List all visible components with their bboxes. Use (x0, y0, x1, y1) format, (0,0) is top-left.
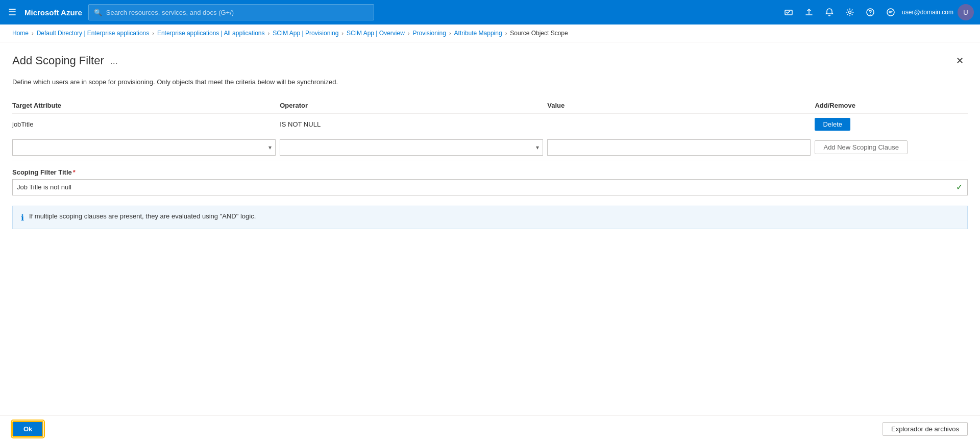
scoping-filter-title-label: Scoping Filter Title* (12, 168, 968, 176)
hamburger-menu[interactable]: ☰ (6, 5, 18, 20)
page-header: Add Scoping Filter ... ✕ (12, 53, 968, 69)
search-bar[interactable]: 🔍 (88, 4, 374, 20)
page-title: Add Scoping Filter (12, 54, 104, 67)
operator-dropdown[interactable] (280, 139, 543, 156)
filter-title-input-wrapper: ✓ (12, 179, 968, 195)
breadcrumb-source-object-scope: Source Object Scope (510, 30, 568, 37)
row-operator: IS NOT NULL (280, 120, 321, 128)
upload-icon[interactable] (800, 3, 818, 21)
scoping-filter-title-input[interactable] (12, 179, 968, 195)
delete-button[interactable]: Delete (815, 118, 850, 131)
svg-point-3 (870, 14, 871, 15)
more-options-ellipsis[interactable]: ... (110, 56, 118, 66)
footer: Ok Explorador de archivos (0, 415, 980, 442)
ok-button[interactable]: Ok (12, 421, 43, 437)
breadcrumb-scim-provisioning[interactable]: SCIM App | Provisioning (273, 30, 338, 37)
username-label[interactable]: user@domain.com (902, 9, 953, 16)
breadcrumb-scim-overview[interactable]: SCIM App | Overview (347, 30, 405, 37)
user-avatar[interactable]: U (958, 4, 974, 20)
svg-point-4 (887, 9, 894, 16)
svg-point-1 (849, 11, 851, 14)
azure-logo: Microsoft Azure (24, 8, 82, 17)
file-explorer-button[interactable]: Explorador de archivos (883, 422, 968, 436)
footer-left: Ok (12, 421, 43, 437)
value-input[interactable] (547, 139, 811, 156)
feedback-icon[interactable] (881, 3, 900, 21)
required-indicator: * (73, 168, 76, 176)
table-row: jobTitle IS NOT NULL Delete (12, 113, 968, 135)
topbar-icon-group: user@domain.com U (779, 3, 974, 21)
target-attribute-dropdown[interactable] (12, 139, 276, 156)
info-box: ℹ If multiple scoping clauses are presen… (12, 206, 968, 229)
operator-dropdown-wrapper (280, 139, 543, 156)
column-operator: Operator (280, 97, 547, 114)
page-description: Define which users are in scope for prov… (12, 77, 968, 87)
scoping-filter-table: Target Attribute Operator Value Add/Remo… (12, 97, 968, 160)
new-clause-row: Add New Scoping Clause (12, 135, 968, 160)
breadcrumb-provisioning[interactable]: Provisioning (413, 30, 446, 37)
help-icon[interactable] (861, 3, 879, 21)
breadcrumb-attribute-mapping[interactable]: Attribute Mapping (454, 30, 502, 37)
settings-icon[interactable] (841, 3, 859, 21)
cloud-shell-icon[interactable] (779, 3, 798, 21)
breadcrumb-home[interactable]: Home (12, 30, 29, 37)
topbar: ☰ Microsoft Azure 🔍 user@domain.com U (0, 0, 980, 24)
main-content: Add Scoping Filter ... ✕ Define which us… (0, 42, 980, 412)
close-button[interactable]: ✕ (951, 53, 968, 69)
column-value: Value (547, 97, 815, 114)
info-icon: ℹ (21, 213, 24, 223)
notifications-icon[interactable] (820, 3, 839, 21)
column-target-attribute: Target Attribute (12, 97, 280, 114)
input-valid-checkmark: ✓ (956, 182, 963, 192)
breadcrumb-enterprise-apps[interactable]: Enterprise applications | All applicatio… (157, 30, 265, 37)
info-text: If multiple scoping clauses are present,… (29, 212, 256, 220)
page-title-row: Add Scoping Filter ... (12, 54, 118, 67)
add-new-scoping-clause-button[interactable]: Add New Scoping Clause (815, 140, 907, 154)
breadcrumb-default-directory[interactable]: Default Directory | Enterprise applicati… (37, 30, 150, 37)
target-attribute-dropdown-wrapper (12, 139, 276, 156)
search-input[interactable] (106, 9, 369, 16)
scoping-filter-title-section: Scoping Filter Title* ✓ (12, 168, 968, 195)
search-icon: 🔍 (94, 9, 102, 16)
breadcrumb: Home › Default Directory | Enterprise ap… (0, 24, 980, 42)
row-target-attribute: jobTitle (12, 120, 33, 128)
column-add-remove: Add/Remove (815, 97, 968, 114)
